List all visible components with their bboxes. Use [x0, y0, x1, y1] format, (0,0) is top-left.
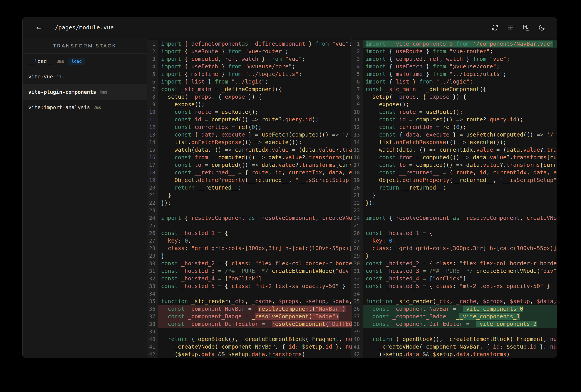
line-content: import { resolveComponent as _resolveCom… [363, 214, 557, 222]
back-button[interactable]: ← [36, 24, 45, 32]
sidebar-item-vite-vue[interactable]: vite:vue17ms [22, 69, 147, 84]
desktop: { "topbar": { "back_label": "←", "file_d… [0, 0, 581, 392]
code-line: 14 list.onFetchResponse(() => execute())… [147, 138, 352, 146]
inline-diff-icon[interactable] [507, 24, 514, 32]
line-content: key: 0, [363, 237, 557, 244]
line-number: 19 [147, 176, 158, 184]
line-number: 28 [147, 244, 158, 252]
line-content: import { useFetch } from "@vueuse/core"; [363, 63, 557, 70]
code-line: 36 const _component_NavBar = _resolveCom… [147, 305, 352, 313]
code-line: 9 expose(); [147, 101, 352, 108]
page-title-dot: . [52, 24, 55, 31]
line-content: const route = useRoute(); [363, 108, 557, 116]
code-line: 40 return (_openBlock(), _createElementB… [352, 336, 557, 343]
code-line: 28 class: "grid grid-cols-[300px,3fr] h-… [352, 244, 557, 252]
line-content: const route = useRoute(); [158, 108, 352, 116]
line-content: import { msToTime } from "../logic/utils… [158, 70, 352, 78]
sidebar-item-vite-plugin-components[interactable]: vite-plugin-components0ms [22, 84, 147, 100]
line-number: 19 [352, 176, 363, 184]
code-line: 42 ($setup.data && $setup.data.transform… [147, 350, 352, 358]
code-line: 4import { useFetch } from "@vueuse/core"… [352, 63, 557, 70]
line-number: 12 [147, 124, 158, 131]
code-line: 15 watch(data, () => currentIdx.value = … [352, 146, 557, 154]
line-number: 2 [147, 48, 158, 55]
line-number: 13 [352, 131, 363, 138]
line-number: 15 [352, 146, 363, 154]
code-line: 1import __vite_components_0 from '/compo… [352, 40, 557, 48]
line-number: 42 [147, 350, 158, 358]
line-number: 35 [147, 298, 158, 305]
line-content: ($setup.data && $setup.data.transforms) [363, 350, 557, 358]
refresh-icon[interactable] [491, 24, 499, 32]
main-area: TRANSFORM STACK __load__0msloadvite:vue1… [22, 38, 557, 358]
code-line: 33const _hoisted_5 = { class: "ml-2 text… [147, 282, 352, 290]
code-line: 16 const from = computed(() => data.valu… [147, 154, 352, 161]
line-content: const _sfc_main = _defineComponent({ [158, 86, 352, 93]
line-number: 9 [352, 101, 363, 108]
code-line: 11 const id = computed(() => route?.quer… [147, 116, 352, 124]
line-content: import { msToTime } from "../logic/utils… [363, 70, 557, 78]
line-number: 37 [352, 313, 363, 320]
line-content: const _hoisted_2 = { class: "flex flex-c… [363, 260, 557, 267]
line-number: 41 [352, 343, 363, 350]
line-content: const from = computed(() => data.value?.… [363, 154, 557, 161]
code-line: 35function _sfc_render(_ctx, _cache, $pr… [352, 298, 557, 305]
line-number: 3 [352, 55, 363, 63]
code-line: 20 return __returned__; [147, 184, 352, 192]
line-content [158, 290, 352, 298]
line-content: _createVNode(_component_NavBar, { id: $s… [158, 343, 352, 350]
sidebar-item-vite-import-analysis[interactable]: vite:import-analysis2ms [22, 100, 147, 115]
side-by-side-icon[interactable] [522, 24, 530, 32]
line-number: 31 [147, 267, 158, 275]
line-content: const _component_Badge = __vite_componen… [363, 313, 557, 320]
line-number: 14 [352, 138, 363, 146]
code-line: 15 watch(data, () => currentIdx.value = … [147, 146, 352, 154]
line-content: const _component_DiffEditor = _resolveCo… [158, 320, 352, 328]
line-content: import { resolveComponent as _resolveCom… [158, 214, 352, 222]
line-content: const id = computed(() => route?.query.i… [158, 116, 352, 124]
plugin-time: 0ms [100, 90, 108, 94]
line-content: setup(__props, { expose }) { [158, 93, 352, 101]
toolbar-icons [491, 24, 546, 32]
line-content: const currentIdx = ref(0); [363, 124, 557, 131]
diff-panel-before[interactable]: 1import { defineComponentas _defineCompo… [147, 38, 352, 358]
code-line: 16 const from = computed(() => data.valu… [352, 154, 557, 161]
code-line: 8 setup(__props, { expose }) { [352, 93, 557, 101]
line-number: 38 [352, 320, 363, 328]
line-content: _createVNode(_component_NavBar, { id: $s… [363, 343, 557, 350]
line-number: 11 [352, 116, 363, 124]
line-number: 34 [147, 290, 158, 298]
code-line: 24import { resolveComponent as _resolveC… [352, 214, 557, 222]
line-content: } [363, 192, 557, 199]
line-content: return (_openBlock(), _createElementBloc… [363, 336, 557, 343]
code-line: 28 class: "grid grid-cols-[300px,3fr] h-… [147, 244, 352, 252]
dark-mode-icon[interactable] [538, 24, 546, 32]
line-number: 13 [147, 131, 158, 138]
code-line: 39 [352, 328, 557, 336]
line-content: import { list } from "../logic"; [363, 78, 557, 86]
code-line: 9 expose(); [352, 101, 557, 108]
line-number: 16 [147, 154, 158, 161]
line-content: import { list } from "../logic"; [158, 78, 352, 86]
line-number: 18 [147, 169, 158, 176]
line-content: Object.defineProperty(__returned__, "__i… [363, 176, 557, 184]
code-line: 17 const to = computed(() => data.value?… [352, 161, 557, 169]
line-number: 42 [352, 350, 363, 358]
line-number: 10 [352, 108, 363, 116]
line-number: 34 [352, 290, 363, 298]
line-number: 11 [147, 116, 158, 124]
line-content [158, 222, 352, 230]
line-content: import { computed, ref, watch } from "vu… [158, 55, 352, 63]
line-content [363, 328, 557, 336]
line-content: function _sfc_render(_ctx, _cache, $prop… [158, 298, 352, 305]
line-number: 18 [352, 169, 363, 176]
diff-panel-after[interactable]: 1import __vite_components_0 from '/compo… [352, 38, 557, 358]
line-content: import { computed, ref, watch } from "vu… [363, 55, 557, 63]
code-line: 29} [147, 252, 352, 260]
line-number: 37 [147, 313, 158, 320]
code-line: 31const _hoisted_3 = /*#__PURE__*/_creat… [352, 267, 557, 275]
code-line: 20 return __returned__; [352, 184, 557, 192]
line-number: 23 [352, 207, 363, 214]
sidebar-item--load-[interactable]: __load__0msload [22, 54, 147, 69]
code-line: 22}); [147, 199, 352, 207]
